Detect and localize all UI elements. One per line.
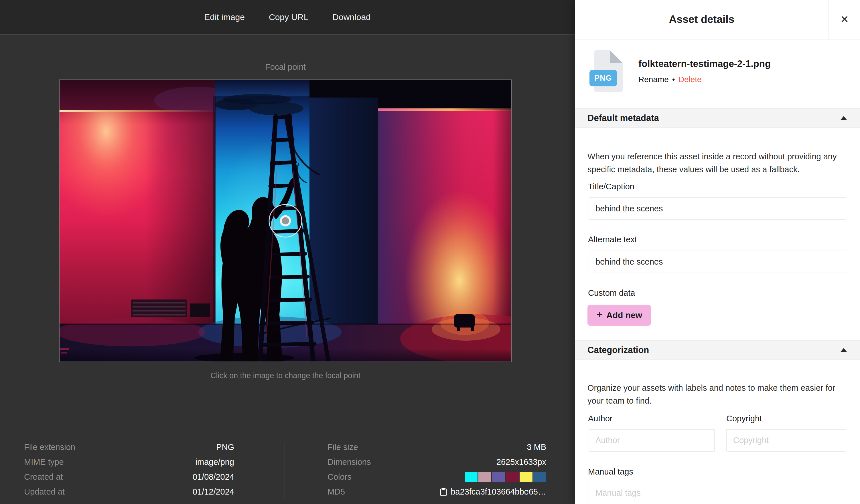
close-button[interactable]: ✕ — [829, 0, 860, 39]
rename-link[interactable]: Rename — [639, 75, 669, 84]
meta-row-dimensions: Dimensions 2625x1633px — [328, 455, 546, 470]
file-actions: Rename • Delete — [639, 75, 702, 84]
focal-point-label: Focal point — [59, 62, 511, 72]
plus-icon: + — [596, 309, 602, 321]
default-metadata-description: When you reference this asset inside a r… — [587, 150, 840, 176]
stage-light-silhouette — [440, 311, 489, 335]
section-default-metadata[interactable]: Default metadata — [575, 108, 860, 128]
asset-filename: folkteatern-testimage-2-1.png — [639, 58, 771, 69]
panel-title: Asset details — [575, 0, 829, 39]
viewer-toolbar: Edit image Copy URL Download — [0, 0, 575, 34]
color-swatch — [478, 472, 491, 482]
meta-row-mime-type: MIME type image/png — [24, 455, 234, 470]
collapse-icon[interactable] — [841, 348, 847, 352]
copyright-input[interactable] — [726, 429, 846, 451]
meta-row-updated-at: Updated at 01/12/2024 — [24, 484, 234, 499]
focal-point-image[interactable] — [59, 80, 511, 361]
color-swatch — [465, 472, 477, 482]
color-swatch — [492, 472, 505, 482]
copyright-label: Copyright — [726, 414, 762, 423]
meta-row-file-extension: File extension PNG — [24, 440, 234, 455]
meta-row-file-size: File size 3 MB — [328, 440, 546, 455]
custom-data-label: Custom data — [588, 288, 635, 298]
title-caption-label: Title/Caption — [588, 182, 634, 191]
delete-link[interactable]: Delete — [678, 75, 702, 84]
author-label: Author — [588, 414, 612, 423]
file-type-icon: PNG — [594, 50, 623, 92]
asset-details-panel: Asset details ✕ PNG folkteatern-testimag… — [575, 0, 860, 504]
png-badge: PNG — [589, 70, 617, 86]
color-swatches — [465, 472, 546, 482]
add-new-button[interactable]: + Add new — [587, 305, 651, 326]
file-meta-right-column: File size 3 MB Dimensions 2625x1633px Co… — [328, 440, 546, 499]
section-categorization[interactable]: Categorization — [575, 340, 860, 359]
file-meta-left-column: File extension PNG MIME type image/png C… — [24, 440, 234, 499]
download-button[interactable]: Download — [332, 12, 371, 22]
copy-url-button[interactable]: Copy URL — [269, 12, 308, 22]
copy-clipboard-icon[interactable] — [440, 487, 447, 496]
page-fold — [610, 50, 623, 63]
color-swatch — [520, 472, 532, 482]
focal-point-hint: Click on the image to change the focal p… — [59, 371, 511, 380]
actions-separator: • — [672, 75, 675, 84]
edit-image-button[interactable]: Edit image — [204, 12, 245, 22]
author-input[interactable] — [589, 429, 715, 451]
panel-header: Asset details ✕ — [575, 0, 860, 40]
alternate-text-input[interactable] — [589, 251, 846, 273]
section-heading: Categorization — [587, 345, 649, 355]
meta-row-md5: MD5 ba23fca3f103664bbe65… — [328, 484, 546, 499]
color-swatch — [506, 472, 519, 482]
title-caption-input[interactable] — [589, 197, 846, 220]
color-swatch — [533, 472, 546, 482]
add-new-label: Add new — [606, 310, 642, 320]
manual-tags-label: Manual tags — [588, 467, 633, 476]
alternate-text-label: Alternate text — [588, 235, 637, 244]
meta-row-colors: Colors — [328, 470, 546, 484]
manual-tags-input[interactable] — [589, 482, 846, 504]
collapse-icon[interactable] — [841, 116, 847, 120]
meta-divider — [285, 442, 285, 499]
meta-row-created-at: Created at 01/08/2024 — [24, 470, 234, 484]
categorization-description: Organize your assets with labels and not… — [587, 382, 840, 407]
stage-image — [59, 80, 511, 361]
section-heading: Default metadata — [587, 113, 659, 123]
